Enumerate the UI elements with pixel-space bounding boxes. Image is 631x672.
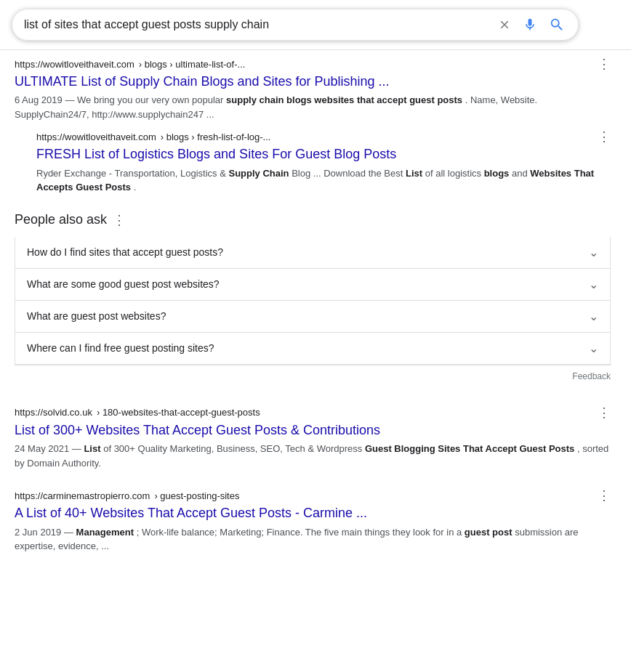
snippet-1i-f: blogs — [484, 168, 510, 179]
result-url-1i: https://wowitloveithaveit.com — [36, 131, 156, 142]
result-url-row-1i: https://wowitloveithaveit.com › blogs › … — [36, 129, 611, 145]
result-snippet-1: 6 Aug 2019 — We bring you our very own p… — [15, 93, 611, 121]
snippet-1i-i: . — [134, 182, 137, 193]
snippet-3b: Management — [76, 527, 134, 538]
clear-icon — [498, 18, 511, 31]
more-options-icon-2[interactable]: ⋮ — [598, 405, 611, 421]
snippet-dash-1: — We bring you our very own popular — [65, 94, 226, 105]
snippet-date-1: 6 Aug 2019 — [15, 94, 63, 105]
result-breadcrumb-1i: › blogs › fresh-list-of-log-... — [161, 131, 271, 142]
paa-item-2[interactable]: What are guest post websites? ⌄ — [15, 301, 611, 333]
search-input[interactable] — [24, 18, 497, 31]
result-breadcrumb-1: › blogs › ultimate-list-of-... — [139, 59, 246, 70]
result-url-row-1: https://wowitloveithaveit.com › blogs › … — [15, 56, 611, 72]
voice-icon — [523, 17, 537, 32]
result-title-3[interactable]: A List of 40+ Websites That Accept Guest… — [15, 505, 611, 522]
snippet-3c: ; Work-life balance; Marketing; Finance.… — [137, 527, 465, 538]
search-result-2: https://solvid.co.uk › 180-websites-that… — [15, 405, 611, 470]
snippet-1i-c: Blog ... Download the Best — [292, 168, 406, 179]
more-options-icon-1[interactable]: ⋮ — [598, 56, 611, 72]
paa-item-3[interactable]: Where can I find free guest posting site… — [15, 333, 611, 365]
chevron-down-icon-1: ⌄ — [589, 278, 598, 291]
result-url-2: https://solvid.co.uk — [15, 407, 92, 418]
snippet-3d: guest post — [465, 527, 513, 538]
result-snippet-2: 24 May 2021 — List of 300+ Quality Marke… — [15, 442, 611, 470]
search-bar-container — [0, 0, 631, 50]
result-breadcrumb-2: › 180-websites-that-accept-guest-posts — [97, 407, 260, 418]
paa-question-3: Where can I find free guest posting site… — [27, 342, 214, 354]
snippet-1i-d: List — [406, 168, 422, 179]
paa-question-0: How do I find sites that accept guest po… — [27, 246, 223, 258]
paa-question-2: What are guest post websites? — [27, 310, 166, 322]
search-bar — [12, 9, 579, 41]
snippet-1i-b: Supply Chain — [228, 168, 289, 179]
result-title-1[interactable]: ULTIMATE List of Supply Chain Blogs and … — [15, 73, 611, 90]
paa-header: People also ask ⋮ — [15, 212, 611, 228]
snippet-1i-e: of all logistics — [425, 168, 484, 179]
snippet-date-3: 2 Jun 2019 — [15, 527, 61, 538]
search-icon-group — [497, 15, 566, 34]
snippet-2b: List — [84, 443, 100, 454]
paa-question-1: What are some good guest post websites? — [27, 278, 220, 290]
chevron-down-icon-3: ⌄ — [589, 341, 598, 355]
results-container: https://wowitloveithaveit.com › blogs › … — [0, 50, 625, 554]
snippet-2c: of 300+ Quality Marketing, Business, SEO… — [103, 443, 365, 454]
paa-more-icon[interactable]: ⋮ — [113, 212, 126, 228]
result-breadcrumb-3: › guest-posting-sites — [154, 490, 239, 501]
people-also-ask-section: People also ask ⋮ How do I find sites th… — [15, 212, 611, 387]
more-options-icon-3[interactable]: ⋮ — [598, 487, 611, 503]
paa-title: People also ask — [15, 212, 107, 227]
snippet-1i-g: and — [512, 168, 530, 179]
search-result-1: https://wowitloveithaveit.com › blogs › … — [15, 56, 611, 195]
snippet-2d: Guest Blogging Sites That Accept Guest P… — [365, 443, 574, 454]
snippet-bold-1: supply chain blogs websites that accept … — [226, 94, 462, 105]
paa-item-0[interactable]: How do I find sites that accept guest po… — [15, 237, 611, 269]
voice-search-button[interactable] — [521, 16, 539, 33]
feedback-link[interactable]: Feedback — [572, 371, 611, 381]
more-options-icon-1i[interactable]: ⋮ — [598, 129, 611, 145]
paa-item-1[interactable]: What are some good guest post websites? … — [15, 269, 611, 301]
search-submit-button[interactable] — [547, 15, 566, 34]
result-title-2[interactable]: List of 300+ Websites That Accept Guest … — [15, 422, 611, 439]
snippet-1i-a: Ryder Exchange - Transportation, Logisti… — [36, 168, 228, 179]
search-result-3: https://carminemastropierro.com › guest-… — [15, 487, 611, 553]
search-submit-icon — [549, 17, 565, 33]
result-url-row-2: https://solvid.co.uk › 180-websites-that… — [15, 405, 611, 421]
search-result-1-indented: https://wowitloveithaveit.com › blogs › … — [36, 129, 611, 194]
snippet-3a: — — [64, 527, 76, 538]
clear-button[interactable] — [497, 17, 513, 33]
result-snippet-3: 2 Jun 2019 — Management ; Work-life bala… — [15, 525, 611, 554]
result-url-1: https://wowitloveithaveit.com — [15, 59, 134, 70]
feedback-row: Feedback — [15, 365, 611, 387]
result-snippet-1i: Ryder Exchange - Transportation, Logisti… — [36, 166, 611, 195]
result-url-row-3: https://carminemastropierro.com › guest-… — [15, 487, 611, 503]
chevron-down-icon-0: ⌄ — [589, 246, 598, 259]
result-url-3: https://carminemastropierro.com — [15, 490, 150, 501]
chevron-down-icon-2: ⌄ — [589, 309, 598, 323]
snippet-2a: — — [72, 443, 84, 454]
result-title-1i[interactable]: FRESH List of Logistics Blogs and Sites … — [36, 146, 611, 163]
snippet-date-2: 24 May 2021 — [15, 443, 69, 454]
